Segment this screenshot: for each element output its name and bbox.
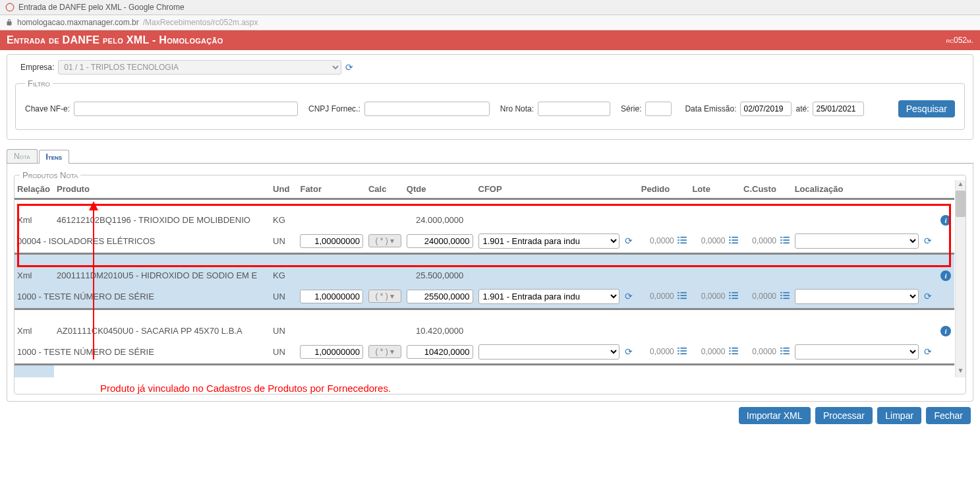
fator-input[interactable] bbox=[300, 234, 362, 248]
svg-rect-18 bbox=[783, 239, 789, 241]
info-icon[interactable]: i bbox=[940, 270, 951, 281]
cnpj-label: CNPJ Fornec.: bbox=[308, 104, 360, 113]
svg-rect-45 bbox=[729, 348, 731, 349]
svg-rect-7 bbox=[678, 242, 680, 243]
page-title: Entrada de DANFE pelo XML - Homologação bbox=[7, 34, 223, 46]
tab-nota[interactable]: Nota bbox=[7, 149, 38, 163]
cfop-select[interactable]: 1.901 - Entrada para indu bbox=[478, 234, 620, 249]
svg-rect-52 bbox=[783, 348, 789, 349]
fechar-button[interactable]: Fechar bbox=[926, 407, 971, 424]
window-titlebar: Entrada de DANFE pelo XML - Google Chrom… bbox=[0, 0, 980, 15]
svg-rect-38 bbox=[783, 297, 789, 299]
pesquisar-button[interactable]: Pesquisar bbox=[898, 100, 955, 117]
produtos-legend: Produtos Nota bbox=[20, 170, 80, 180]
produtos-fieldset: Produtos Nota Relação Produto Und bbox=[14, 170, 966, 394]
svg-rect-50 bbox=[732, 353, 737, 354]
svg-rect-35 bbox=[780, 295, 782, 296]
vertical-scrollbar[interactable]: ▲ ▼ bbox=[955, 180, 966, 377]
list-icon[interactable] bbox=[729, 347, 738, 357]
importar-xml-button[interactable]: Importar XML bbox=[739, 407, 811, 424]
list-icon[interactable] bbox=[780, 292, 790, 301]
ate-label: até: bbox=[795, 104, 809, 113]
svg-rect-43 bbox=[678, 353, 680, 354]
svg-rect-25 bbox=[678, 297, 680, 299]
serie-input[interactable] bbox=[645, 102, 672, 116]
item-row: 1000 - TESTE NÚMERO DE SÉRIE UN ( * ) ▾ … bbox=[14, 285, 954, 309]
tab-itens[interactable]: Itens bbox=[39, 150, 70, 164]
svg-rect-44 bbox=[681, 353, 687, 354]
svg-rect-32 bbox=[732, 297, 737, 299]
svg-rect-47 bbox=[729, 350, 731, 352]
url-host: homologacao.maxmanager.com.br bbox=[17, 18, 139, 27]
svg-rect-17 bbox=[780, 239, 782, 241]
calc-button[interactable]: ( * ) ▾ bbox=[368, 290, 401, 303]
svg-rect-16 bbox=[783, 237, 789, 238]
sync-icon[interactable]: ⟳ bbox=[924, 291, 932, 301]
data-label: Data Emissão: bbox=[685, 104, 736, 113]
chave-label: Chave NF-e: bbox=[25, 104, 70, 113]
data-ate-input[interactable] bbox=[813, 102, 864, 116]
svg-rect-21 bbox=[678, 292, 680, 294]
cfop-select[interactable] bbox=[478, 344, 620, 359]
svg-rect-30 bbox=[732, 295, 737, 296]
sync-icon[interactable]: ⟳ bbox=[625, 235, 633, 246]
qtde-input[interactable] bbox=[407, 345, 473, 359]
list-icon[interactable] bbox=[780, 347, 790, 357]
limpar-button[interactable]: Limpar bbox=[877, 407, 921, 424]
svg-rect-4 bbox=[681, 237, 687, 238]
data-de-input[interactable] bbox=[740, 102, 792, 116]
chave-input[interactable] bbox=[74, 102, 298, 116]
sync-icon[interactable]: ⟳ bbox=[625, 346, 633, 357]
empresa-select[interactable]: 01 / 1 - TRIPLOS TECNOLOGIA bbox=[58, 60, 341, 75]
localizacao-select[interactable] bbox=[795, 234, 919, 249]
list-icon[interactable] bbox=[677, 236, 687, 246]
qtde-input[interactable] bbox=[407, 290, 473, 303]
fator-input[interactable] bbox=[300, 290, 362, 303]
cfop-select[interactable]: 1.901 - Entrada para indu bbox=[478, 289, 620, 304]
nro-input[interactable] bbox=[538, 102, 610, 116]
svg-rect-6 bbox=[681, 239, 687, 241]
tab-panel-itens: Produtos Nota Relação Produto Und bbox=[7, 164, 973, 402]
info-icon[interactable]: i bbox=[940, 326, 951, 336]
empresa-refresh-icon[interactable]: ⟳ bbox=[345, 62, 353, 73]
th-qtde: Qtde bbox=[404, 180, 476, 199]
svg-rect-39 bbox=[678, 348, 680, 349]
sync-icon[interactable]: ⟳ bbox=[924, 235, 932, 246]
sync-icon[interactable]: ⟳ bbox=[924, 346, 932, 357]
svg-rect-23 bbox=[678, 295, 680, 296]
svg-rect-40 bbox=[681, 348, 687, 349]
svg-rect-19 bbox=[780, 242, 782, 243]
list-icon[interactable] bbox=[677, 347, 687, 357]
svg-rect-11 bbox=[729, 239, 731, 241]
info-icon[interactable]: i bbox=[940, 215, 951, 226]
localizacao-select[interactable] bbox=[795, 289, 919, 304]
calc-button[interactable]: ( * ) ▾ bbox=[368, 234, 401, 247]
svg-rect-8 bbox=[681, 242, 687, 243]
svg-rect-41 bbox=[678, 350, 680, 352]
svg-rect-49 bbox=[729, 353, 731, 354]
window-title: Entrada de DANFE pelo XML - Google Chrom… bbox=[18, 3, 185, 12]
svg-rect-5 bbox=[678, 239, 680, 241]
cnpj-input[interactable] bbox=[364, 102, 490, 116]
lock-icon bbox=[5, 18, 13, 26]
list-icon[interactable] bbox=[677, 292, 687, 301]
localizacao-select[interactable] bbox=[795, 344, 919, 359]
xml-row: Xml 461212102BQ1196 - TRIOXIDO DE MOLIBD… bbox=[14, 211, 954, 230]
sync-icon[interactable]: ⟳ bbox=[625, 291, 633, 301]
svg-rect-53 bbox=[780, 350, 782, 352]
nro-label: Nro Nota: bbox=[500, 104, 534, 113]
svg-rect-12 bbox=[732, 239, 737, 241]
qtde-input[interactable] bbox=[407, 234, 473, 248]
url-bar: homologacao.maxmanager.com.br/MaxRecebim… bbox=[0, 15, 980, 30]
xml-row: Xml 2001111DM2010U5 - HIDROXIDO DE SODIO… bbox=[14, 266, 954, 285]
fator-input[interactable] bbox=[300, 345, 362, 359]
svg-rect-56 bbox=[783, 353, 789, 354]
th-ccusto: C.Custo bbox=[741, 180, 792, 199]
processar-button[interactable]: Processar bbox=[815, 407, 873, 424]
list-icon[interactable] bbox=[729, 236, 738, 246]
list-icon[interactable] bbox=[729, 292, 738, 301]
page-code: rc052m. bbox=[946, 36, 973, 45]
calc-button[interactable]: ( * ) ▾ bbox=[368, 345, 401, 358]
svg-rect-26 bbox=[681, 297, 687, 299]
list-icon[interactable] bbox=[780, 236, 790, 246]
